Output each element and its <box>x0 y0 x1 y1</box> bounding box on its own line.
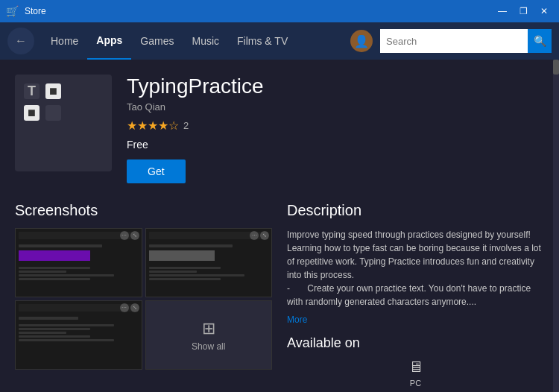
app-name: TypingPractice <box>127 75 544 98</box>
minimize-button[interactable]: — <box>493 4 511 19</box>
screenshot-1[interactable]: ⋯ ⤡ <box>15 228 142 297</box>
maximize-button[interactable]: ❐ <box>514 4 532 19</box>
title-bar: 🛒 Store — ❐ ✕ <box>0 0 559 22</box>
app-info: TypingPractice Tao Qian ★★★★☆ 2 Free Get <box>127 75 544 183</box>
get-button[interactable]: Get <box>127 159 186 183</box>
screenshot-2[interactable]: ⋯ ⤡ <box>145 228 273 297</box>
avatar[interactable]: 👤 <box>350 30 373 52</box>
title-bar-title: Store <box>25 6 46 16</box>
app-icon: T ■ ■ <box>15 75 112 171</box>
store-icon: 🛒 <box>6 5 19 17</box>
thumb-icon-6: ⤡ <box>130 303 139 312</box>
search-input[interactable] <box>380 29 528 53</box>
app-header: T ■ ■ TypingPractice Tao Qian ★★★★☆ 2 Fr… <box>15 75 544 183</box>
nav-films-tv[interactable]: Films & TV <box>228 22 297 60</box>
pc-icon: 🖥 <box>408 358 423 376</box>
scrollbar-thumb[interactable] <box>553 60 559 75</box>
stars: ★★★★☆ <box>127 118 179 133</box>
nav-music[interactable]: Music <box>183 22 228 60</box>
icon-cell-bl: ■ <box>24 105 40 121</box>
app-price: Free <box>127 139 544 151</box>
app-rating: ★★★★☆ 2 <box>127 118 544 133</box>
show-all-label: Show all <box>192 341 225 352</box>
main-content: T ■ ■ TypingPractice Tao Qian ★★★★☆ 2 Fr… <box>0 60 559 392</box>
icon-cell-tl: T <box>24 83 40 99</box>
back-button[interactable]: ← <box>7 28 34 54</box>
show-all-thumb[interactable]: ⊞ Show all <box>145 300 273 370</box>
app-author: Tao Qian <box>127 101 544 113</box>
thumb-icon-3: ⋯ <box>250 231 259 240</box>
show-all-icon: ⊞ <box>202 319 215 338</box>
platform-label: PC <box>410 379 421 388</box>
available-title: Available on <box>287 335 544 351</box>
nav-links: Home Apps Games Music Films & TV <box>42 22 297 60</box>
title-bar-controls: — ❐ ✕ <box>493 4 553 19</box>
thumb-icon-2: ⤡ <box>130 231 139 240</box>
nav-games[interactable]: Games <box>131 22 183 60</box>
description-section: Description Improve typing speed through… <box>287 202 544 392</box>
title-bar-left: 🛒 Store <box>6 5 46 17</box>
description-text: Improve typing speed through practices d… <box>287 228 544 309</box>
icon-cell-tr: ■ <box>45 83 61 99</box>
description-title: Description <box>287 202 544 219</box>
close-button[interactable]: ✕ <box>535 4 553 19</box>
scrollbar-track[interactable] <box>553 60 559 392</box>
nav-home[interactable]: Home <box>42 22 87 60</box>
search-button[interactable]: 🔍 <box>528 29 552 53</box>
bottom-section: Screenshots <box>15 202 544 392</box>
thumb-icon-1: ⋯ <box>120 231 129 240</box>
screenshots-title: Screenshots <box>15 202 272 219</box>
screenshots-section: Screenshots <box>15 202 272 392</box>
search-box: 🔍 <box>380 29 552 53</box>
thumb-icon-4: ⤡ <box>260 231 269 240</box>
nav-bar: ← Home Apps Games Music Films & TV 👤 🔍 <box>0 22 559 60</box>
rating-count: 2 <box>183 120 189 131</box>
thumb-icon-5: ⋯ <box>120 303 129 312</box>
platform-item: 🖥 PC <box>287 358 544 388</box>
icon-cell-br <box>45 105 61 121</box>
more-link[interactable]: More <box>287 314 544 325</box>
nav-apps[interactable]: Apps <box>87 22 131 60</box>
screenshot-3[interactable]: ⋯ ⤡ <box>15 300 142 370</box>
screenshots-grid: ⋯ ⤡ <box>15 228 272 370</box>
